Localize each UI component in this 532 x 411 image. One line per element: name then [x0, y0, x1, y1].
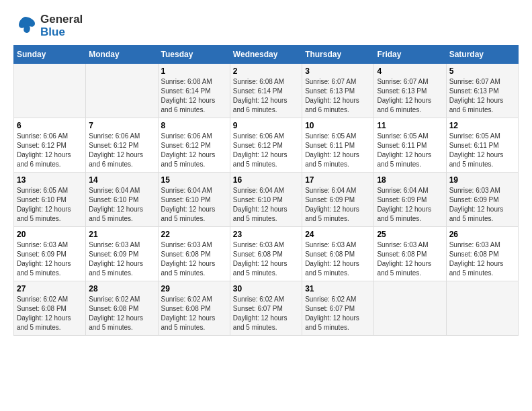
calendar-cell: 29Sunrise: 6:02 AM Sunset: 6:08 PM Dayli… — [158, 281, 230, 336]
logo: GeneralBlue — [13, 13, 83, 38]
day-number: 22 — [161, 230, 227, 239]
calendar-cell: 31Sunrise: 6:02 AM Sunset: 6:07 PM Dayli… — [302, 281, 374, 336]
day-number: 4 — [377, 66, 443, 76]
day-detail: Sunrise: 6:04 AM Sunset: 6:09 PM Dayligh… — [305, 186, 371, 224]
calendar-cell — [14, 64, 86, 118]
day-detail: Sunrise: 6:02 AM Sunset: 6:08 PM Dayligh… — [17, 295, 83, 332]
day-number: 13 — [17, 175, 83, 185]
day-number: 27 — [17, 284, 83, 293]
day-number: 31 — [305, 284, 371, 293]
day-detail: Sunrise: 6:05 AM Sunset: 6:11 PM Dayligh… — [449, 132, 515, 169]
day-detail: Sunrise: 6:05 AM Sunset: 6:10 PM Dayligh… — [17, 186, 83, 224]
calendar-week-3: 13Sunrise: 6:05 AM Sunset: 6:10 PM Dayli… — [14, 173, 519, 227]
calendar-cell: 23Sunrise: 6:03 AM Sunset: 6:08 PM Dayli… — [230, 227, 302, 281]
day-detail: Sunrise: 6:03 AM Sunset: 6:08 PM Dayligh… — [305, 240, 371, 278]
day-number: 19 — [449, 175, 515, 185]
calendar-cell: 27Sunrise: 6:02 AM Sunset: 6:08 PM Dayli… — [14, 281, 86, 336]
day-detail: Sunrise: 6:05 AM Sunset: 6:11 PM Dayligh… — [377, 132, 443, 169]
day-detail: Sunrise: 6:02 AM Sunset: 6:08 PM Dayligh… — [161, 295, 227, 332]
day-detail: Sunrise: 6:06 AM Sunset: 6:12 PM Dayligh… — [17, 132, 83, 169]
day-number: 28 — [89, 284, 154, 293]
day-detail: Sunrise: 6:07 AM Sunset: 6:13 PM Dayligh… — [449, 77, 515, 115]
logo-svg — [13, 14, 38, 38]
calendar-cell: 15Sunrise: 6:04 AM Sunset: 6:10 PM Dayli… — [158, 173, 230, 227]
day-detail: Sunrise: 6:03 AM Sunset: 6:08 PM Dayligh… — [377, 240, 443, 278]
day-detail: Sunrise: 6:03 AM Sunset: 6:09 PM Dayligh… — [17, 240, 83, 278]
calendar-cell: 21Sunrise: 6:03 AM Sunset: 6:09 PM Dayli… — [86, 227, 158, 281]
calendar-week-1: 1Sunrise: 6:08 AM Sunset: 6:14 PM Daylig… — [14, 64, 519, 118]
day-detail: Sunrise: 6:08 AM Sunset: 6:14 PM Dayligh… — [161, 77, 227, 115]
calendar-cell: 12Sunrise: 6:05 AM Sunset: 6:11 PM Dayli… — [446, 118, 518, 173]
day-detail: Sunrise: 6:02 AM Sunset: 6:07 PM Dayligh… — [305, 295, 371, 332]
calendar-cell: 9Sunrise: 6:06 AM Sunset: 6:12 PM Daylig… — [230, 118, 302, 173]
day-number: 12 — [449, 121, 515, 130]
day-detail: Sunrise: 6:07 AM Sunset: 6:13 PM Dayligh… — [377, 77, 443, 115]
page-header: GeneralBlue — [13, 13, 519, 38]
calendar-cell: 24Sunrise: 6:03 AM Sunset: 6:08 PM Dayli… — [302, 227, 374, 281]
calendar-cell: 17Sunrise: 6:04 AM Sunset: 6:09 PM Dayli… — [302, 173, 374, 227]
calendar-cell: 11Sunrise: 6:05 AM Sunset: 6:11 PM Dayli… — [374, 118, 446, 173]
calendar-cell — [446, 281, 518, 336]
day-number: 6 — [17, 121, 83, 130]
calendar-cell: 25Sunrise: 6:03 AM Sunset: 6:08 PM Dayli… — [374, 227, 446, 281]
calendar-cell: 8Sunrise: 6:06 AM Sunset: 6:12 PM Daylig… — [158, 118, 230, 173]
day-detail: Sunrise: 6:08 AM Sunset: 6:14 PM Dayligh… — [233, 77, 299, 115]
header-friday: Friday — [374, 46, 446, 64]
day-number: 18 — [377, 175, 443, 185]
day-detail: Sunrise: 6:06 AM Sunset: 6:12 PM Dayligh… — [161, 132, 227, 169]
day-number: 20 — [17, 230, 83, 239]
calendar-cell: 14Sunrise: 6:04 AM Sunset: 6:10 PM Dayli… — [86, 173, 158, 227]
day-detail: Sunrise: 6:06 AM Sunset: 6:12 PM Dayligh… — [89, 132, 154, 169]
day-number: 23 — [233, 230, 299, 239]
header-saturday: Saturday — [446, 46, 518, 64]
calendar-header-row: SundayMondayTuesdayWednesdayThursdayFrid… — [14, 46, 519, 64]
calendar-cell: 19Sunrise: 6:03 AM Sunset: 6:09 PM Dayli… — [446, 173, 518, 227]
calendar-table: SundayMondayTuesdayWednesdayThursdayFrid… — [13, 45, 519, 336]
day-detail: Sunrise: 6:03 AM Sunset: 6:08 PM Dayligh… — [161, 240, 227, 278]
calendar-week-2: 6Sunrise: 6:06 AM Sunset: 6:12 PM Daylig… — [14, 118, 519, 173]
day-number: 9 — [233, 121, 299, 130]
calendar-week-4: 20Sunrise: 6:03 AM Sunset: 6:09 PM Dayli… — [14, 227, 519, 281]
logo-blue-text: Blue — [40, 26, 83, 39]
day-detail: Sunrise: 6:03 AM Sunset: 6:09 PM Dayligh… — [449, 186, 515, 224]
day-number: 5 — [449, 66, 515, 76]
day-number: 17 — [305, 175, 371, 185]
day-detail: Sunrise: 6:03 AM Sunset: 6:08 PM Dayligh… — [233, 240, 299, 278]
calendar-cell: 22Sunrise: 6:03 AM Sunset: 6:08 PM Dayli… — [158, 227, 230, 281]
header-monday: Monday — [86, 46, 158, 64]
calendar-week-5: 27Sunrise: 6:02 AM Sunset: 6:08 PM Dayli… — [14, 281, 519, 336]
calendar-cell: 1Sunrise: 6:08 AM Sunset: 6:14 PM Daylig… — [158, 64, 230, 118]
header-thursday: Thursday — [302, 46, 374, 64]
calendar-cell: 28Sunrise: 6:02 AM Sunset: 6:08 PM Dayli… — [86, 281, 158, 336]
day-number: 7 — [89, 121, 154, 130]
calendar-cell: 16Sunrise: 6:04 AM Sunset: 6:10 PM Dayli… — [230, 173, 302, 227]
calendar-cell: 13Sunrise: 6:05 AM Sunset: 6:10 PM Dayli… — [14, 173, 86, 227]
calendar-cell: 2Sunrise: 6:08 AM Sunset: 6:14 PM Daylig… — [230, 64, 302, 118]
day-number: 30 — [233, 284, 299, 293]
day-detail: Sunrise: 6:02 AM Sunset: 6:08 PM Dayligh… — [89, 295, 154, 332]
day-number: 26 — [449, 230, 515, 239]
calendar-cell: 7Sunrise: 6:06 AM Sunset: 6:12 PM Daylig… — [86, 118, 158, 173]
calendar-cell: 6Sunrise: 6:06 AM Sunset: 6:12 PM Daylig… — [14, 118, 86, 173]
day-detail: Sunrise: 6:05 AM Sunset: 6:11 PM Dayligh… — [305, 132, 371, 169]
calendar-cell — [86, 64, 158, 118]
day-number: 1 — [161, 66, 227, 76]
header-tuesday: Tuesday — [158, 46, 230, 64]
day-number: 21 — [89, 230, 154, 239]
day-number: 11 — [377, 121, 443, 130]
day-detail: Sunrise: 6:02 AM Sunset: 6:07 PM Dayligh… — [233, 295, 299, 332]
day-number: 10 — [305, 121, 371, 130]
header-wednesday: Wednesday — [230, 46, 302, 64]
day-detail: Sunrise: 6:04 AM Sunset: 6:10 PM Dayligh… — [161, 186, 227, 224]
day-detail: Sunrise: 6:04 AM Sunset: 6:09 PM Dayligh… — [377, 186, 443, 224]
day-number: 29 — [161, 284, 227, 293]
calendar-cell: 5Sunrise: 6:07 AM Sunset: 6:13 PM Daylig… — [446, 64, 518, 118]
day-number: 15 — [161, 175, 227, 185]
day-detail: Sunrise: 6:04 AM Sunset: 6:10 PM Dayligh… — [233, 186, 299, 224]
day-detail: Sunrise: 6:03 AM Sunset: 6:09 PM Dayligh… — [89, 240, 154, 278]
calendar-cell: 26Sunrise: 6:03 AM Sunset: 6:08 PM Dayli… — [446, 227, 518, 281]
calendar-cell — [374, 281, 446, 336]
day-detail: Sunrise: 6:06 AM Sunset: 6:12 PM Dayligh… — [233, 132, 299, 169]
day-detail: Sunrise: 6:03 AM Sunset: 6:08 PM Dayligh… — [449, 240, 515, 278]
day-number: 16 — [233, 175, 299, 185]
